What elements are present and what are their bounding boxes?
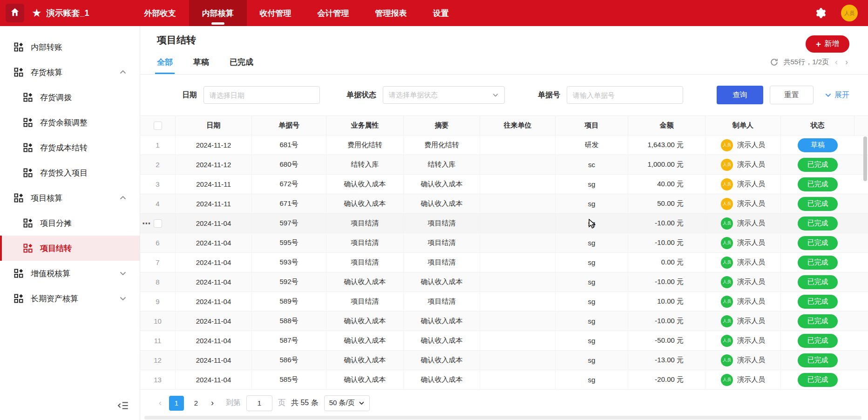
user-avatar[interactable]: 人员 [841,5,858,21]
tab-3[interactable]: 已完成 [230,50,253,74]
select-all-checkbox[interactable] [154,122,162,130]
documents-table: 日期单据号业务属性摘要往来单位项目金额制单人状态12024-11-12681号费… [140,115,868,390]
creator-cell: 人员演示人员 [705,331,781,350]
sidebar-item-3[interactable]: 存货调拨 [0,85,140,110]
home-button[interactable] [6,4,24,22]
refresh-icon[interactable] [770,58,779,67]
status-badge[interactable]: 已完成 [798,217,838,230]
tab-1[interactable]: 全部 [157,50,173,74]
table-row[interactable]: 92024-11-04589号项目结清项目结清sg10.00 元 人员演示人员 … [140,292,868,312]
sidebar-item-9[interactable]: 项目结转 [0,236,140,261]
biz-attr-cell: 确认收入成本 [326,312,404,331]
chevron-up-icon[interactable] [119,68,127,76]
amount-cell: -20.00 元 [628,370,705,389]
status-badge[interactable]: 已完成 [798,256,838,270]
docno-cell: 671号 [252,194,326,213]
table-row[interactable]: 112024-11-04587号确认收入成本确认收入成本sg-50.00 元 人… [140,331,868,351]
sidebar-item-8[interactable]: 项目分摊 [0,210,140,236]
status-badge[interactable]: 已完成 [798,295,838,309]
scrollbar-thumb[interactable] [863,136,867,181]
amount-cell: -10.00 元 [628,272,705,291]
unit-cell [480,351,556,370]
pagination-next-icon[interactable]: › [209,398,216,408]
pagination-page-2[interactable]: 2 [189,396,203,411]
row-index-cell: 2 [140,155,176,174]
table-row[interactable]: 42024-11-11671号确认收入成本确认收入成本sg50.00 元 人员演… [140,194,868,214]
docno-cell: 680号 [252,155,326,174]
favorite-star-icon[interactable]: ★ [32,7,42,19]
docno-filter-label: 单据号 [538,90,560,100]
pagination-prev-icon[interactable]: ‹ [157,398,163,408]
table-row[interactable]: 62024-11-04595号项目结清项目结清sg-10.00 元 人员演示人员… [140,233,868,253]
status-badge[interactable]: 草稿 [798,138,838,152]
top-nav-item-3[interactable]: 收付管理 [247,0,305,26]
chevron-down-icon[interactable] [119,295,127,302]
horizontal-scrollbar[interactable] [144,416,861,420]
date-filter-input[interactable] [203,86,320,104]
biz-attr-cell: 项目结清 [326,233,404,252]
page-size-select[interactable]: 50 条/页 [324,395,370,411]
query-button[interactable]: 查询 [717,86,763,104]
docno-filter-input[interactable] [567,86,683,104]
status-badge[interactable]: 已完成 [798,197,838,211]
top-nav-item-4[interactable]: 会计管理 [305,0,362,26]
table-row[interactable]: 12024-11-12681号费用化结转费用化结转研发1,643.00 元 人员… [140,135,868,155]
collapse-sidebar-icon[interactable] [117,400,130,413]
add-button[interactable]: + 新增 [806,35,849,53]
vertical-scrollbar[interactable] [863,111,867,390]
table-row[interactable]: 122024-11-04586号确认收入成本确认收入成本sg-13.00 元 人… [140,351,868,370]
chevron-up-icon[interactable] [119,194,127,202]
chevron-down-icon [359,400,365,406]
status-badge[interactable]: 已完成 [798,373,838,387]
reset-button[interactable]: 重置 [770,86,814,104]
prev-page-chevron-icon[interactable]: ‹ [834,57,839,67]
unit-cell [480,194,556,213]
top-nav-item-1[interactable]: 外部收支 [131,0,189,26]
sidebar-item-6[interactable]: 存货投入项目 [0,160,140,185]
column-header: 项目 [556,116,628,135]
chevron-down-icon[interactable] [119,270,127,277]
table-row[interactable]: 132024-11-04585号确认收入成本确认收入成本sg-20.00 元 人… [140,370,868,390]
date-cell: 2024-11-04 [176,292,252,311]
status-badge[interactable]: 已完成 [798,236,838,250]
unit-cell [480,331,556,350]
sidebar-item-1[interactable]: 内部转账 [0,34,140,60]
tab-2[interactable]: 草稿 [193,50,209,74]
top-nav-item-2[interactable]: 内部核算 [189,0,247,26]
settings-gear-icon[interactable] [815,7,827,19]
status-badge[interactable]: 已完成 [798,353,838,367]
row-checkbox[interactable] [154,219,162,228]
status-badge[interactable]: 已完成 [798,334,838,348]
sidebar-item-2[interactable]: 存货核算 [0,60,140,85]
table-row[interactable]: 32024-11-11672号确认收入成本确认收入成本sg40.00 元 人员演… [140,175,868,194]
sidebar-item-5[interactable]: 存货成本结转 [0,135,140,160]
status-filter-select[interactable]: 请选择单据状态 [383,86,505,104]
sidebar-item-7[interactable]: 项目核算 [0,185,140,210]
sidebar-item-10[interactable]: 增值税核算 [0,261,140,286]
top-nav-item-5[interactable]: 管理报表 [362,0,420,26]
table-row[interactable]: 82024-11-04592号确认收入成本确认收入成本sg-10.00 元 人员… [140,272,868,292]
sidebar-item-4[interactable]: 存货余额调整 [0,110,140,135]
creator-cell: 人员演示人员 [705,272,781,291]
status-badge[interactable]: 已完成 [798,177,838,191]
status-badge[interactable]: 已完成 [798,314,838,328]
status-badge[interactable]: 已完成 [798,158,838,172]
unit-cell [480,175,556,194]
pagination-page-1[interactable]: 1 [169,396,184,411]
row-more-actions-icon[interactable]: ⋯ [142,218,151,229]
goto-page-input[interactable] [246,395,272,411]
creator-avatar: 人员 [721,335,733,347]
summary-cell: 确认收入成本 [404,272,480,291]
table-row[interactable]: 22024-11-12680号结转入库结转入库sc1,000.00 元 人员演示… [140,155,868,175]
sidebar-item-11[interactable]: 长期资产核算 [0,286,140,311]
table-row[interactable]: 102024-11-04588号确认收入成本确认收入成本sg-10.00 元 人… [140,312,868,331]
account-name[interactable]: 演示账套_1 [47,7,89,19]
creator-avatar: 人员 [721,159,733,171]
next-page-chevron-icon[interactable]: › [844,57,849,67]
top-nav-item-6[interactable]: 设置 [420,0,462,26]
table-row[interactable]: 72024-11-04593号项目结清项目结清sg0.00 元 人员演示人员 已… [140,253,868,272]
status-badge[interactable]: 已完成 [798,275,838,289]
table-row[interactable]: ⋯2024-11-04597号项目结清项目结清sg-10.00 元 人员演示人员… [140,214,868,233]
expand-filters-link[interactable]: 展开 [825,90,849,100]
creator-cell: 人员演示人员 [705,292,781,311]
